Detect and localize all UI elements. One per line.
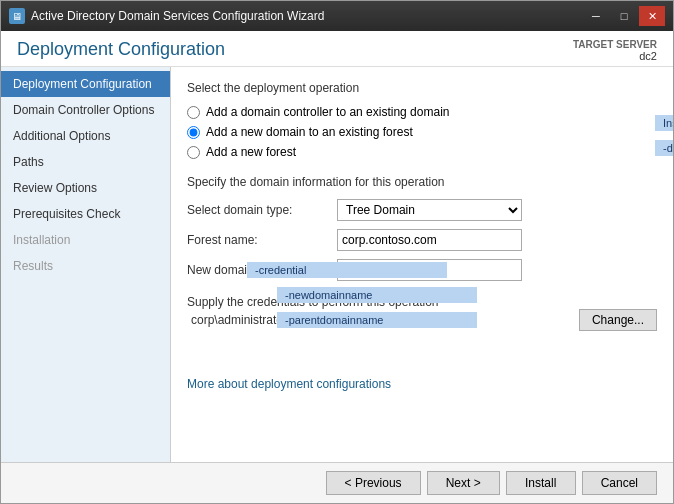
- sidebar-item-prereqs[interactable]: Prerequisites Check: [1, 201, 170, 227]
- forest-name-label: Forest name:: [187, 233, 337, 247]
- titlebar-left: 🖥 Active Directory Domain Services Confi…: [9, 8, 324, 24]
- domain-type-select[interactable]: Tree Domain Child Domain: [337, 199, 522, 221]
- new-domain-label: New domain name:: [187, 263, 337, 277]
- credentials-row: corp\administrator Change...: [187, 313, 657, 327]
- sidebar-item-paths[interactable]: Paths: [1, 149, 170, 175]
- forest-name-row: Forest name:: [187, 229, 657, 251]
- next-button[interactable]: Next >: [427, 471, 500, 495]
- target-server-info: TARGET SERVER dc2: [573, 39, 657, 62]
- sidebar-item-results: Results: [1, 253, 170, 279]
- credentials-value: corp\administrator: [187, 313, 287, 327]
- radio-existing-dc-input[interactable]: [187, 106, 200, 119]
- domain-info-section: Specify the domain information for this …: [187, 175, 657, 281]
- main-window: 🖥 Active Directory Domain Services Confi…: [0, 0, 674, 504]
- footer: < Previous Next > Install Cancel: [1, 462, 673, 503]
- sidebar-item-additional[interactable]: Additional Options: [1, 123, 170, 149]
- section-title: Select the deployment operation: [187, 81, 657, 95]
- sidebar-item-dc-options[interactable]: Domain Controller Options: [1, 97, 170, 123]
- main-content: Select the deployment operation Add a do…: [171, 67, 673, 462]
- domaintype-label: -domaintype: [655, 140, 673, 156]
- install-button[interactable]: Install: [506, 471, 576, 495]
- forest-name-control: [337, 229, 657, 251]
- change-credentials-button[interactable]: Change...: [579, 309, 657, 331]
- app-icon: 🖥: [9, 8, 25, 24]
- radio-existing-dc[interactable]: Add a domain controller to an existing d…: [187, 105, 657, 119]
- target-server-label: TARGET SERVER: [573, 39, 657, 50]
- domain-type-row: Select domain type: Tree Domain Child Do…: [187, 199, 657, 221]
- window-controls: ─ □ ✕: [583, 6, 665, 26]
- more-info-link[interactable]: More about deployment configurations: [187, 377, 391, 391]
- maximize-button[interactable]: □: [611, 6, 637, 26]
- new-domain-row: New domain name:: [187, 259, 657, 281]
- cancel-button[interactable]: Cancel: [582, 471, 657, 495]
- deployment-options: Add a domain controller to an existing d…: [187, 105, 657, 159]
- credentials-title: Supply the credentials to perform this o…: [187, 295, 657, 309]
- link-area: More about deployment configurations: [187, 377, 657, 391]
- minimize-button[interactable]: ─: [583, 6, 609, 26]
- window-title: Active Directory Domain Services Configu…: [31, 9, 324, 23]
- content-area: Deployment Configuration Domain Controll…: [1, 67, 673, 462]
- radio-new-domain[interactable]: Add a new domain to an existing forest: [187, 125, 657, 139]
- close-button[interactable]: ✕: [639, 6, 665, 26]
- radio-new-forest[interactable]: Add a new forest: [187, 145, 657, 159]
- new-domain-input[interactable]: [337, 259, 522, 281]
- domain-type-label: Select domain type:: [187, 203, 337, 217]
- page-title: Deployment Configuration: [17, 39, 225, 60]
- previous-button[interactable]: < Previous: [326, 471, 421, 495]
- domain-type-control: Tree Domain Child Domain: [337, 199, 657, 221]
- sidebar-item-installation: Installation: [1, 227, 170, 253]
- radio-new-forest-input[interactable]: [187, 146, 200, 159]
- domain-info-title: Specify the domain information for this …: [187, 175, 657, 189]
- radio-existing-dc-label: Add a domain controller to an existing d…: [206, 105, 449, 119]
- header-bar: Deployment Configuration TARGET SERVER d…: [1, 31, 673, 67]
- target-server-value: dc2: [573, 50, 657, 62]
- new-domain-control: [337, 259, 657, 281]
- sidebar-item-deployment[interactable]: Deployment Configuration: [1, 71, 170, 97]
- radio-new-domain-label: Add a new domain to an existing forest: [206, 125, 413, 139]
- radio-new-forest-label: Add a new forest: [206, 145, 296, 159]
- credentials-section: Supply the credentials to perform this o…: [187, 295, 657, 327]
- sidebar: Deployment Configuration Domain Controll…: [1, 67, 171, 462]
- titlebar: 🖥 Active Directory Domain Services Confi…: [1, 1, 673, 31]
- sidebar-item-review[interactable]: Review Options: [1, 175, 170, 201]
- radio-new-domain-input[interactable]: [187, 126, 200, 139]
- install-addsdomain-label: Install-addsdomain: [655, 115, 673, 131]
- forest-name-input[interactable]: [337, 229, 522, 251]
